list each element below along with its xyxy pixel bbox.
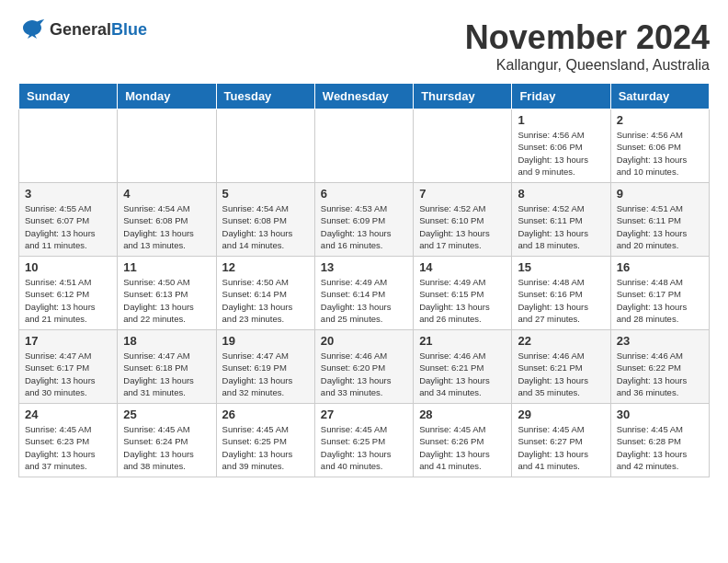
calendar-cell: 24Sunrise: 4:45 AMSunset: 6:23 PMDayligh… <box>19 404 118 477</box>
day-info: Sunrise: 4:45 AMSunset: 6:27 PMDaylight:… <box>518 423 604 472</box>
day-info: Sunrise: 4:45 AMSunset: 6:24 PMDaylight:… <box>123 423 210 472</box>
day-number: 21 <box>419 334 506 348</box>
calendar-cell: 5Sunrise: 4:54 AMSunset: 6:08 PMDaylight… <box>216 183 314 257</box>
day-number: 17 <box>25 334 111 348</box>
calendar-cell: 11Sunrise: 4:50 AMSunset: 6:13 PMDayligh… <box>118 257 216 330</box>
day-number: 25 <box>123 408 210 421</box>
day-number: 5 <box>222 187 309 201</box>
day-info: Sunrise: 4:46 AMSunset: 6:22 PMDaylight:… <box>617 350 703 398</box>
day-info: Sunrise: 4:46 AMSunset: 6:21 PMDaylight:… <box>518 350 604 398</box>
calendar-cell: 9Sunrise: 4:51 AMSunset: 6:11 PMDaylight… <box>610 183 709 257</box>
calendar-cell: 15Sunrise: 4:48 AMSunset: 6:16 PMDayligh… <box>512 257 610 330</box>
calendar-cell: 25Sunrise: 4:45 AMSunset: 6:24 PMDayligh… <box>118 404 216 477</box>
weekday-header-thursday: Thursday <box>414 84 512 109</box>
calendar-cell: 2Sunrise: 4:56 AMSunset: 6:06 PMDaylight… <box>610 109 709 183</box>
day-info: Sunrise: 4:47 AMSunset: 6:17 PMDaylight:… <box>25 350 111 398</box>
day-info: Sunrise: 4:50 AMSunset: 6:14 PMDaylight:… <box>222 276 309 325</box>
day-number: 9 <box>617 187 703 201</box>
day-info: Sunrise: 4:45 AMSunset: 6:28 PMDaylight:… <box>617 423 703 472</box>
calendar-cell: 7Sunrise: 4:52 AMSunset: 6:10 PMDaylight… <box>414 183 512 257</box>
day-info: Sunrise: 4:56 AMSunset: 6:06 PMDaylight:… <box>518 129 604 178</box>
day-info: Sunrise: 4:46 AMSunset: 6:20 PMDaylight:… <box>321 350 407 398</box>
day-info: Sunrise: 4:45 AMSunset: 6:25 PMDaylight:… <box>321 423 407 472</box>
weekday-header-monday: Monday <box>118 84 216 109</box>
day-number: 4 <box>123 187 210 201</box>
day-info: Sunrise: 4:53 AMSunset: 6:09 PMDaylight:… <box>321 202 407 251</box>
day-info: Sunrise: 4:47 AMSunset: 6:18 PMDaylight:… <box>123 350 210 398</box>
day-number: 22 <box>518 334 604 348</box>
calendar-cell: 20Sunrise: 4:46 AMSunset: 6:20 PMDayligh… <box>314 330 413 404</box>
day-number: 12 <box>222 260 309 274</box>
calendar-cell: 10Sunrise: 4:51 AMSunset: 6:12 PMDayligh… <box>19 257 118 330</box>
calendar-table: SundayMondayTuesdayWednesdayThursdayFrid… <box>18 83 710 477</box>
weekday-header-saturday: Saturday <box>610 84 709 109</box>
calendar-cell: 18Sunrise: 4:47 AMSunset: 6:18 PMDayligh… <box>118 330 216 404</box>
day-number: 18 <box>123 334 210 348</box>
day-number: 23 <box>617 334 703 348</box>
calendar-cell <box>216 109 314 183</box>
calendar-cell <box>414 109 512 183</box>
calendar-cell <box>314 109 413 183</box>
day-info: Sunrise: 4:51 AMSunset: 6:11 PMDaylight:… <box>617 202 703 251</box>
calendar-cell: 23Sunrise: 4:46 AMSunset: 6:22 PMDayligh… <box>610 330 709 404</box>
weekday-header-tuesday: Tuesday <box>216 84 314 109</box>
calendar-cell: 13Sunrise: 4:49 AMSunset: 6:14 PMDayligh… <box>314 257 413 330</box>
weekday-header-wednesday: Wednesday <box>314 84 413 109</box>
day-number: 2 <box>617 113 703 127</box>
day-info: Sunrise: 4:55 AMSunset: 6:07 PMDaylight:… <box>25 202 111 251</box>
calendar-cell: 3Sunrise: 4:55 AMSunset: 6:07 PMDaylight… <box>19 183 118 257</box>
location-title: Kallangur, Queensland, Australia <box>465 57 710 74</box>
day-info: Sunrise: 4:47 AMSunset: 6:19 PMDaylight:… <box>222 350 309 398</box>
calendar-cell: 8Sunrise: 4:52 AMSunset: 6:11 PMDaylight… <box>512 183 610 257</box>
week-row-2: 3Sunrise: 4:55 AMSunset: 6:07 PMDaylight… <box>19 183 710 257</box>
calendar-cell: 19Sunrise: 4:47 AMSunset: 6:19 PMDayligh… <box>216 330 314 404</box>
calendar-cell <box>19 109 118 183</box>
week-row-3: 10Sunrise: 4:51 AMSunset: 6:12 PMDayligh… <box>19 257 710 330</box>
logo-bird-icon <box>18 18 46 40</box>
day-info: Sunrise: 4:45 AMSunset: 6:26 PMDaylight:… <box>419 423 506 472</box>
calendar-cell: 27Sunrise: 4:45 AMSunset: 6:25 PMDayligh… <box>314 404 413 477</box>
calendar-cell: 30Sunrise: 4:45 AMSunset: 6:28 PMDayligh… <box>610 404 709 477</box>
day-number: 29 <box>518 408 604 421</box>
calendar-cell: 14Sunrise: 4:49 AMSunset: 6:15 PMDayligh… <box>414 257 512 330</box>
calendar-cell: 22Sunrise: 4:46 AMSunset: 6:21 PMDayligh… <box>512 330 610 404</box>
day-number: 10 <box>25 260 111 274</box>
day-info: Sunrise: 4:51 AMSunset: 6:12 PMDaylight:… <box>25 276 111 325</box>
day-info: Sunrise: 4:54 AMSunset: 6:08 PMDaylight:… <box>123 202 210 251</box>
day-number: 19 <box>222 334 309 348</box>
day-info: Sunrise: 4:49 AMSunset: 6:15 PMDaylight:… <box>419 276 506 325</box>
calendar-cell: 12Sunrise: 4:50 AMSunset: 6:14 PMDayligh… <box>216 257 314 330</box>
calendar-cell: 6Sunrise: 4:53 AMSunset: 6:09 PMDaylight… <box>314 183 413 257</box>
day-number: 8 <box>518 187 604 201</box>
calendar-cell <box>118 109 216 183</box>
day-info: Sunrise: 4:48 AMSunset: 6:17 PMDaylight:… <box>617 276 703 325</box>
day-info: Sunrise: 4:54 AMSunset: 6:08 PMDaylight:… <box>222 202 309 251</box>
calendar-cell: 17Sunrise: 4:47 AMSunset: 6:17 PMDayligh… <box>19 330 118 404</box>
day-number: 30 <box>617 408 703 421</box>
day-info: Sunrise: 4:50 AMSunset: 6:13 PMDaylight:… <box>123 276 210 325</box>
weekday-header-row: SundayMondayTuesdayWednesdayThursdayFrid… <box>19 84 710 109</box>
day-info: Sunrise: 4:52 AMSunset: 6:10 PMDaylight:… <box>419 202 506 251</box>
day-number: 13 <box>321 260 407 274</box>
day-number: 16 <box>617 260 703 274</box>
logo: GeneralBlue <box>18 18 147 40</box>
day-number: 28 <box>419 408 506 421</box>
month-title: November 2024 <box>465 18 710 57</box>
day-number: 20 <box>321 334 407 348</box>
day-number: 15 <box>518 260 604 274</box>
day-number: 11 <box>123 260 210 274</box>
day-number: 27 <box>321 408 407 421</box>
day-number: 7 <box>419 187 506 201</box>
calendar-cell: 29Sunrise: 4:45 AMSunset: 6:27 PMDayligh… <box>512 404 610 477</box>
day-info: Sunrise: 4:48 AMSunset: 6:16 PMDaylight:… <box>518 276 604 325</box>
title-block: November 2024 Kallangur, Queensland, Aus… <box>465 18 710 74</box>
week-row-5: 24Sunrise: 4:45 AMSunset: 6:23 PMDayligh… <box>19 404 710 477</box>
calendar-cell: 28Sunrise: 4:45 AMSunset: 6:26 PMDayligh… <box>414 404 512 477</box>
calendar-cell: 21Sunrise: 4:46 AMSunset: 6:21 PMDayligh… <box>414 330 512 404</box>
weekday-header-friday: Friday <box>512 84 610 109</box>
day-info: Sunrise: 4:56 AMSunset: 6:06 PMDaylight:… <box>617 129 703 178</box>
calendar-cell: 26Sunrise: 4:45 AMSunset: 6:25 PMDayligh… <box>216 404 314 477</box>
day-number: 26 <box>222 408 309 421</box>
page-header: GeneralBlue November 2024 Kallangur, Que… <box>18 18 710 74</box>
day-number: 14 <box>419 260 506 274</box>
